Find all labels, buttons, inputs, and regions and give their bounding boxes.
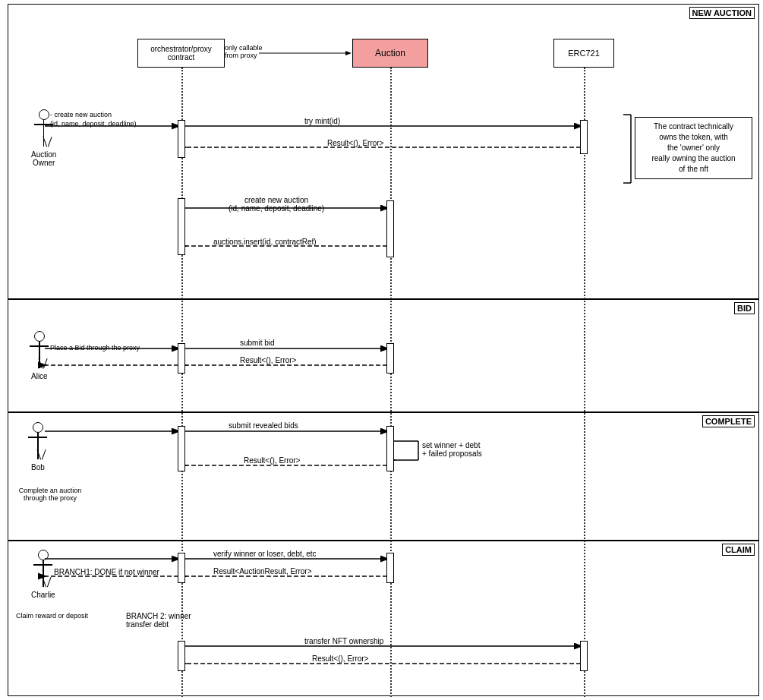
label-branch1: BRANCH1: DONE if not winner	[54, 568, 159, 576]
label-try-mint: try mint(id)	[304, 117, 340, 125]
actor-figure-charlie	[38, 550, 49, 587]
label-submit-revealed: submit revealed bids	[229, 421, 298, 430]
lifeline-auction	[390, 68, 392, 697]
label-set-winner: set winner + debt+ failed proposals	[422, 441, 482, 458]
actor-body-bob	[37, 433, 39, 448]
actor-label-charlie: Charlie	[31, 591, 55, 599]
activation-orch-claim2	[178, 641, 185, 671]
lifeline-erc721	[584, 68, 585, 697]
label-result-erc721: Result<(), Error>	[327, 139, 383, 147]
note-contract-owns: The contract technicallyowns the token, …	[635, 117, 752, 179]
label-result-complete: Result<(), Error>	[244, 456, 300, 465]
activation-orch-2	[178, 198, 185, 255]
actor-label-auction-owner: AuctionOwner	[31, 150, 56, 167]
actor-figure-bob	[33, 422, 43, 459]
main-border: NEW AUCTION BID COMPLETE CLAIM orchestra…	[8, 4, 759, 696]
label-branch2: BRANCH 2: winnertransfer debt	[126, 612, 191, 629]
label-result-nft: Result<(), Error>	[312, 654, 368, 663]
activation-orch-complete	[178, 426, 185, 471]
actor-body-alice	[39, 342, 40, 357]
label-transfer-nft: transfer NFT ownership	[304, 637, 383, 645]
activation-auction-bid	[386, 343, 394, 374]
section-label-new-auction: NEW AUCTION	[689, 7, 755, 19]
activation-orch-claim	[178, 553, 185, 583]
activation-erc721-claim	[580, 641, 588, 671]
lifeline-orchestrator	[181, 68, 183, 697]
activation-auction-complete	[386, 426, 394, 471]
actor-arms-bob	[28, 437, 47, 438]
actor-figure-auction-owner	[39, 109, 49, 147]
box-erc721: ERC721	[553, 39, 614, 68]
activation-auction-1	[386, 200, 394, 257]
actor-alice: Alice	[31, 331, 48, 380]
label-create-auction: create new auction(id, name, deposit, de…	[229, 196, 324, 213]
label-result-auction-result: Result<AuctionResult, Error>	[213, 567, 312, 575]
bob-annotation: Complete an auctionthrough the proxy	[16, 487, 84, 502]
actor-head	[39, 109, 49, 120]
section-label-claim: CLAIM	[722, 544, 755, 556]
section-complete: COMPLETE	[8, 413, 758, 541]
label-result-bid: Result<(), Error>	[240, 356, 296, 364]
label-auctions-insert: auctions.insert(id, contractRef)	[213, 238, 317, 246]
box-auction: Auction	[352, 39, 428, 68]
section-label-complete: COMPLETE	[702, 415, 755, 427]
activation-auction-claim	[386, 553, 394, 583]
activation-orch-bid	[178, 343, 185, 374]
box-orchestrator: orchestrator/proxycontract	[137, 39, 225, 68]
actor-arms-charlie	[33, 564, 52, 566]
actor-arms-alice	[30, 345, 49, 347]
actor-head-alice	[34, 331, 45, 342]
actor-charlie: Charlie	[31, 550, 55, 599]
actor-label-bob: Bob	[31, 463, 45, 471]
label-submit-bid: submit bid	[240, 339, 275, 347]
owner-annotation: - create new auction(id, name, deposit, …	[50, 111, 137, 128]
actor-figure-alice	[34, 331, 45, 368]
actor-bob: Bob	[31, 422, 45, 471]
alice-annotation: Place a Bid through the proxy	[50, 344, 140, 352]
proxy-label: only callablefrom proxy	[225, 44, 263, 59]
label-verify-winner: verify winner or loser, debt, etc	[213, 550, 317, 558]
section-label-bid: BID	[734, 302, 755, 314]
actor-label-alice: Alice	[31, 372, 48, 380]
section-claim: CLAIM	[8, 541, 758, 697]
section-bid: BID	[8, 300, 758, 413]
actor-head-charlie	[38, 550, 49, 560]
activation-orch-1	[178, 120, 185, 158]
activation-erc721-1	[580, 120, 588, 154]
charlie-annotation-claim: Claim reward or deposit	[16, 612, 88, 620]
actor-body	[43, 120, 45, 135]
actor-head-bob	[33, 422, 43, 433]
diagram-container: NEW AUCTION BID COMPLETE CLAIM orchestra…	[0, 0, 763, 700]
actor-body-charlie	[43, 560, 44, 575]
